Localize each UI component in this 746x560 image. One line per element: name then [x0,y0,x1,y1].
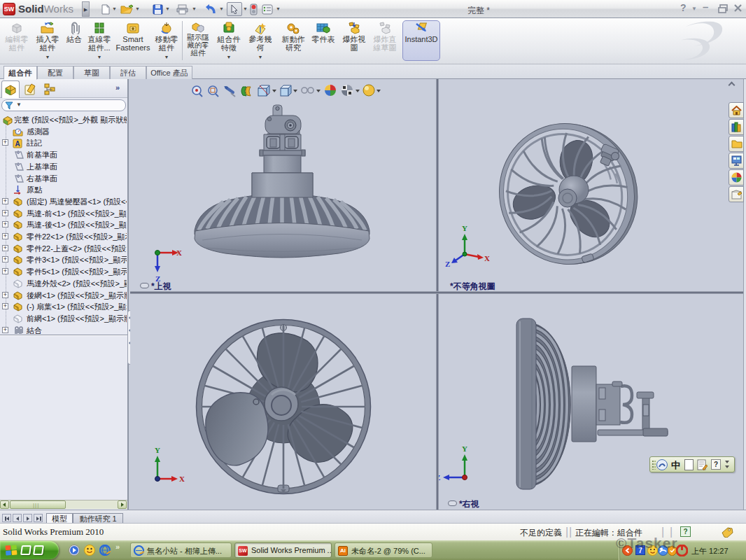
svg-text:X: X [176,248,182,257]
svg-text:X: X [179,475,185,483]
svg-text:A: A [15,140,20,148]
svg-text:Y: Y [155,446,160,454]
svg-text:Z: Z [439,473,440,482]
svg-text:X: X [484,254,490,262]
svg-text:Y: Y [462,444,467,453]
svg-text:Z: Z [445,260,450,268]
svg-text:Y: Y [462,224,467,232]
